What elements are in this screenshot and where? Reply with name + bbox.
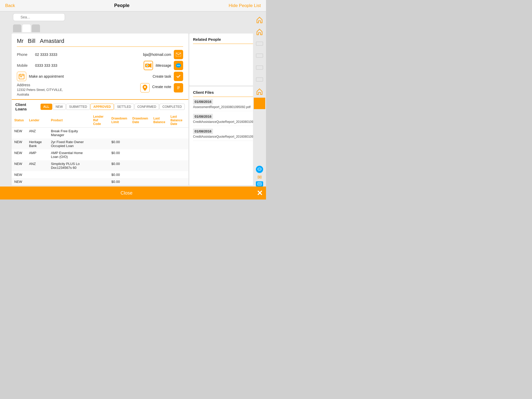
cell-status: NEW: [12, 160, 26, 171]
sidebar-active[interactable]: [254, 98, 265, 109]
table-row[interactable]: NEW Heritage Bank 2yr Fixed Rate Owner O…: [12, 138, 188, 149]
right-sidebar: [253, 11, 266, 187]
loans-table-body: NEW ANZ Break Free Equity Manager NEW He…: [12, 128, 188, 185]
cell-last-balance: [151, 128, 168, 139]
filter-new[interactable]: NEW: [53, 104, 66, 110]
bottom-icons-row: ✉: [253, 166, 266, 187]
cell-product: AMP Essential Home Loan (O/O): [48, 149, 91, 160]
filter-settled[interactable]: SETTLED: [114, 104, 134, 110]
svg-rect-23: [256, 66, 263, 69]
cell-product: Break Free Equity Manager: [48, 128, 91, 139]
cell-dd-limit: $0.00: [109, 171, 130, 178]
sidebar-box-2[interactable]: [254, 50, 265, 61]
cell-ref: [91, 149, 109, 160]
cell-lender: ANZ: [26, 160, 48, 171]
imessage-label: iMessage: [156, 63, 171, 68]
contact-section: Mr Bill Amastard Phone 02 3333 3333 bja@…: [12, 34, 188, 100]
cell-dd-limit: $0.00: [109, 138, 130, 149]
video-call-icon-button[interactable]: [144, 61, 153, 70]
address-label: Address 12332 Peters Street, CITYVILLE, …: [17, 83, 63, 97]
phone-value: 02 3333 3333: [35, 52, 57, 57]
tab-item-2[interactable]: [22, 24, 31, 32]
email-icon-button[interactable]: [174, 50, 183, 59]
cell-lender: Heritage Bank: [26, 138, 48, 149]
map-pin-icon-button[interactable]: [140, 83, 150, 92]
sidebar-box-1[interactable]: [254, 38, 265, 49]
email-value: bja@hotmail.com: [143, 52, 171, 57]
page-title: People: [114, 3, 129, 8]
table-row[interactable]: NEW $0.00: [12, 178, 188, 185]
address-value: 12332 Peters Street, CITYVILLE, Australi…: [17, 88, 63, 96]
table-row[interactable]: NEW AMP AMP Essential Home Loan (O/O) $0…: [12, 149, 188, 160]
mobile-value: 0333 333 333: [35, 63, 57, 68]
col-lender: Lender: [26, 113, 48, 128]
svg-marker-4: [149, 63, 151, 68]
sidebar-home-2[interactable]: [254, 26, 265, 37]
imessage-icon: [176, 63, 181, 68]
svg-point-8: [179, 65, 180, 66]
create-task-label: Create task: [152, 74, 171, 78]
loans-table-header: Status Lender Product Lender RefCode Dra…: [12, 113, 188, 128]
calendar-icon-button[interactable]: [17, 72, 26, 81]
home-icon-3: [256, 88, 263, 95]
cell-ref: [91, 160, 109, 171]
cell-dd-limit: $0.00: [109, 178, 130, 185]
sidebar-box-3[interactable]: [254, 62, 265, 73]
imessage-icon-button[interactable]: [174, 61, 183, 70]
cell-ref: [91, 128, 109, 139]
hide-people-list-button[interactable]: Hide People List: [229, 3, 261, 8]
home-icon-2: [256, 28, 263, 35]
filter-completed[interactable]: COMPLETED: [159, 104, 185, 110]
home-icon-1: [256, 16, 263, 23]
sidebar-box-4[interactable]: [254, 74, 265, 85]
search-input[interactable]: [13, 13, 65, 21]
close-bar[interactable]: Close: [0, 187, 253, 200]
svg-rect-13: [20, 76, 21, 77]
box-icon-1: [256, 42, 263, 46]
loans-section: Client Loans ALL NEW SUBMITTED APPROVED …: [12, 100, 188, 185]
contact-lastname: Amastard: [40, 38, 64, 44]
col-lb-date: Last BalanceDate: [168, 113, 188, 128]
col-product: Product: [48, 113, 91, 128]
tab-item-1[interactable]: [13, 24, 21, 32]
cell-lb-date: [168, 128, 188, 139]
sidebar-home-3[interactable]: [254, 86, 265, 97]
svg-rect-24: [256, 78, 263, 81]
cell-lb-date: [168, 160, 188, 171]
col-last-balance: LastBalance: [151, 113, 168, 128]
back-button[interactable]: Back: [5, 3, 15, 8]
cell-product: Simplicity PLUS Lo Doc1234567s 60: [48, 160, 91, 171]
cell-dd-limit: $0.00: [109, 149, 130, 160]
table-row[interactable]: NEW ANZ Simplicity PLUS Lo Doc1234567s 6…: [12, 160, 188, 171]
close-x-button[interactable]: ✕: [253, 187, 266, 200]
bottom-icon-chat[interactable]: [255, 166, 264, 173]
cell-status: NEW: [12, 138, 26, 149]
envelope-icon: [176, 53, 181, 56]
svg-point-6: [177, 65, 178, 66]
create-note-label: Create note: [152, 85, 171, 89]
filter-all[interactable]: ALL: [41, 104, 52, 110]
filter-approved[interactable]: APPROVED: [90, 104, 114, 110]
cell-status: NEW: [12, 171, 26, 178]
filter-confirmed[interactable]: CONFIRMED: [135, 104, 159, 110]
svg-point-7: [178, 65, 179, 66]
cell-lender: [26, 178, 48, 185]
cell-product: 2yr Fixed Rate Owner Occupied Loan: [48, 138, 91, 149]
mobile-row: Mobile 0333 333 333 iMessage: [17, 61, 183, 70]
col-status: Status: [12, 113, 26, 128]
bottom-icon-blue-rect[interactable]: [255, 181, 264, 187]
sidebar-home-1[interactable]: [254, 14, 265, 25]
svg-point-3: [147, 65, 148, 66]
cell-dd-date: [130, 160, 151, 171]
table-row[interactable]: NEW ANZ Break Free Equity Manager: [12, 128, 188, 139]
left-sidebar: [0, 11, 10, 200]
table-row[interactable]: NEW $0.00: [12, 171, 188, 178]
create-task-icon-button[interactable]: [174, 72, 183, 81]
tab-item-3[interactable]: [32, 24, 40, 32]
note-icon: [176, 85, 181, 91]
address-row: Address 12332 Peters Street, CITYVILLE, …: [17, 83, 183, 97]
cell-lb-date: [168, 178, 188, 185]
filter-submitted[interactable]: SUBMITTED: [66, 104, 90, 110]
create-note-icon-button[interactable]: [174, 83, 183, 92]
bottom-icon-envelope[interactable]: ✉: [255, 174, 264, 180]
